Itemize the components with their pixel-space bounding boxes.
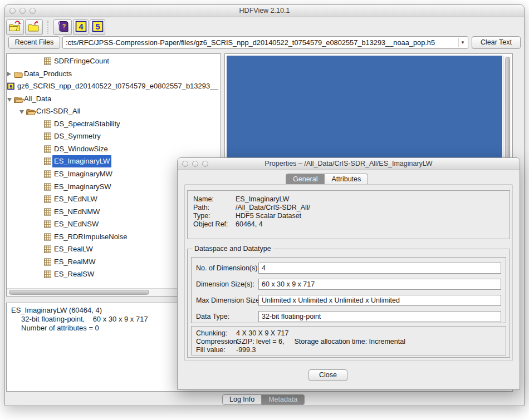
window-controls xyxy=(9,8,36,14)
hdf4-library-button[interactable]: 4 xyxy=(73,19,89,35)
tree-item-All_Data[interactable]: All_Data xyxy=(7,93,221,105)
field-label: Chunking: xyxy=(196,329,236,337)
svg-text:?: ? xyxy=(62,22,65,29)
tree-item-label: All_Data xyxy=(24,93,51,105)
tree-item-SDRFringeCount[interactable]: SDRFringeCount xyxy=(7,55,221,67)
chunking-line: Chunking: 4 X 30 X 9 X 717 xyxy=(196,329,289,337)
info-row: Type: HDF5 Scalar Dataset xyxy=(193,212,301,220)
tree-item-gz6_SCRIS_npp_d20140522_t0754579_e0802557_b13293__[interactable]: 5gz6_SCRIS_npp_d20140522_t0754579_e08025… xyxy=(7,80,221,92)
info-row: Name: ES_ImaginaryLW xyxy=(193,195,289,203)
close-button[interactable]: Close xyxy=(308,369,347,381)
tree-item-label: ES_ImaginaryLW xyxy=(52,155,111,167)
folder-closed-icon xyxy=(14,70,23,80)
field-label: Path: xyxy=(193,204,236,211)
tree-item-label: SDRFringeCount xyxy=(54,55,109,67)
expand-arrow-icon[interactable] xyxy=(7,72,11,76)
compression-line: Compression: GZIP: level = 6, Storage al… xyxy=(196,338,405,345)
field-row: Dimension Size(s): 60 x 30 x 9 x 717 xyxy=(196,279,501,290)
object-info-box: Name: ES_ImaginaryLW Path: /All_Data/CrI… xyxy=(187,190,510,239)
dialog-titlebar[interactable]: Properties – /All_Data/CrIS-SDR_All/ES_I… xyxy=(178,158,520,170)
dataset-icon xyxy=(44,132,51,142)
field-value: 60464, 4 xyxy=(236,220,263,228)
folder-open-icon xyxy=(14,95,24,105)
svg-text:5: 5 xyxy=(95,22,100,31)
data-type-field[interactable]: 32-bit floating-point xyxy=(258,311,501,322)
zoom-window-button[interactable] xyxy=(30,8,36,14)
dataset-icon xyxy=(44,195,51,205)
dataset-icon xyxy=(44,183,51,193)
user-guide-button[interactable]: ? xyxy=(53,19,72,35)
field-value: ES_ImaginaryLW xyxy=(236,195,289,203)
dataset-icon xyxy=(44,120,51,130)
tree-item-label: DS_Symmetry xyxy=(54,130,101,142)
dialog-title: Properties – /All_Data/CrIS-SDR_All/ES_I… xyxy=(178,158,520,170)
tab-log-info[interactable]: Log Info xyxy=(222,394,262,405)
recent-files-button[interactable]: Recent Files xyxy=(8,36,60,49)
tab-general[interactable]: General xyxy=(286,174,325,185)
file-path-combobox[interactable]: :cts/RFC/JPSS-Compression-Paper/files/gz… xyxy=(62,36,468,49)
dataset-icon xyxy=(44,245,51,255)
dialog-window-controls xyxy=(182,161,208,167)
info-line: ES_ImaginaryLW (60464, 4) xyxy=(11,306,102,314)
open-file-button[interactable] xyxy=(6,19,24,35)
dataset-icon xyxy=(44,233,51,243)
tree-item-label: ES_ImaginarySW xyxy=(54,181,111,193)
scrollbar-thumb[interactable] xyxy=(9,290,149,295)
tab-metadata[interactable]: Metadata xyxy=(262,394,305,405)
tree-item-CrIS-SDR_All[interactable]: CrIS-SDR_All xyxy=(7,105,221,117)
field-row: Max Dimension Size(s): Unlimited x Unlim… xyxy=(196,295,501,306)
zoom-window-button[interactable] xyxy=(202,161,208,167)
close-window-button[interactable] xyxy=(9,8,16,14)
file-path-value: :cts/RFC/JPSS-Compression-Paper/files/gz… xyxy=(66,37,457,48)
dataset-icon xyxy=(44,220,51,230)
dialog-tab-bar: General Attributes xyxy=(286,174,368,185)
tree-item-DS_WindowSize[interactable]: DS_WindowSize xyxy=(7,143,221,155)
field-label: Type: xyxy=(193,212,236,220)
window-title: HDFView 2.10.1 xyxy=(5,5,524,17)
max-dimension-size-field[interactable]: Unlimited x Unlimited x Unlimited x Unli… xyxy=(258,295,501,306)
field-label: Name: xyxy=(193,195,236,203)
tree-item-label: ES_NEdNLW xyxy=(54,193,97,205)
close-file-icon xyxy=(27,21,41,34)
minimize-window-button[interactable] xyxy=(19,8,26,14)
field-row: No. of Dimension(s): 4 xyxy=(196,263,501,274)
close-file-button[interactable] xyxy=(25,19,43,35)
close-window-button[interactable] xyxy=(182,161,188,167)
tree-item-label: ES_RealSW xyxy=(54,268,94,280)
dataset-icon xyxy=(44,270,51,280)
tree-item-DS_SpectralStability[interactable]: DS_SpectralStability xyxy=(7,118,221,130)
general-tab-pane: Name: ES_ImaginaryLW Path: /All_Data/CrI… xyxy=(184,184,513,361)
storage-allocation-value: Storage allocation time: Incremental xyxy=(295,338,405,345)
field-row: Data Type: 32-bit floating-point xyxy=(196,311,501,322)
minimize-window-button[interactable] xyxy=(192,161,198,167)
tree-item-Data_Products[interactable]: Data_Products xyxy=(7,68,221,80)
hdf5-library-button[interactable]: 5 xyxy=(90,19,105,35)
field-label: Object Ref: xyxy=(193,220,236,228)
tree-item-label: DS_SpectralStability xyxy=(54,118,120,130)
svg-text:5: 5 xyxy=(9,84,12,90)
tab-attributes[interactable]: Attributes xyxy=(325,174,368,185)
field-label: No. of Dimension(s): xyxy=(196,264,259,272)
dataspace-groupbox: Dataspace and Datatype No. of Dimension(… xyxy=(187,249,510,358)
dataset-icon xyxy=(44,145,51,155)
main-titlebar[interactable]: HDFView 2.10.1 xyxy=(5,5,524,17)
chevron-down-icon[interactable]: ▼ xyxy=(458,38,467,47)
toolbar-separator xyxy=(47,21,48,34)
dataset-icon xyxy=(44,258,51,268)
info-line: 32-bit floating-point, 60 x 30 x 9 x 717 xyxy=(21,315,148,323)
collapse-arrow-icon[interactable] xyxy=(19,110,24,114)
dimension-fields-box: No. of Dimension(s): 4 Dimension Size(s)… xyxy=(191,257,506,323)
tree-item-label: Data_Products xyxy=(24,68,72,80)
hdf5-file-icon: 5 xyxy=(7,82,14,92)
open-file-icon xyxy=(8,21,22,34)
field-value: GZIP: level = 6, xyxy=(236,338,285,345)
collapse-arrow-icon[interactable] xyxy=(7,98,12,102)
help-book-icon: ? xyxy=(57,21,69,34)
dimension-size-field[interactable]: 60 x 30 x 9 x 717 xyxy=(258,279,501,290)
clear-text-button[interactable]: Clear Text xyxy=(472,36,521,49)
num-dimensions-field[interactable]: 4 xyxy=(258,263,501,274)
storage-info-box: Chunking: 4 X 30 X 9 X 717 Compression: … xyxy=(191,326,506,355)
tree-item-label: ES_RealLW xyxy=(54,243,93,255)
tree-item-DS_Symmetry[interactable]: DS_Symmetry xyxy=(7,130,221,142)
field-value: -999.3 xyxy=(236,346,256,354)
